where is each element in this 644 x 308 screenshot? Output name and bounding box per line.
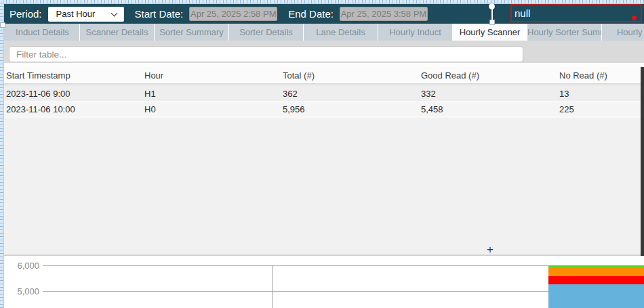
table-header-row: Start TimestampHourTotal (#)Good Read (#…	[4, 67, 644, 84]
table-cell: 362	[281, 89, 419, 99]
table-cell: H0	[142, 104, 281, 114]
table-row[interactable]: 2023-11-06 9:00H136233213	[4, 87, 644, 102]
record-indicator-dot	[632, 16, 637, 20]
dashboard-stage: Period: Past Hour Start Date: End Date: …	[0, 0, 644, 308]
column-header[interactable]: Hour	[142, 70, 281, 81]
start-date-input[interactable]	[189, 7, 277, 21]
tab-hourly-induct[interactable]: Hourly Induct	[378, 24, 453, 41]
column-header[interactable]: Good Read (#)	[419, 70, 557, 81]
tab-sorter-summary[interactable]: Sorter Summary	[155, 24, 229, 41]
table-cell: 2023-11-06 10:00	[4, 104, 142, 114]
y-tick-label: 6,000	[0, 261, 39, 271]
bar-segment-blue	[548, 284, 644, 308]
selection-edge-handle[interactable]	[0, 22, 5, 28]
selection-anchor-circle[interactable]	[489, 3, 495, 9]
end-date-label: End Date:	[288, 8, 334, 20]
selection-anchor-handle[interactable]	[489, 20, 495, 25]
tab-hourly-sorter-summar[interactable]: Hourly Sorter Summar	[527, 24, 602, 41]
plus-cursor: +	[487, 243, 494, 257]
table-cell: H1	[142, 89, 281, 99]
table-cell: 13	[557, 89, 644, 99]
bar-segment-red	[548, 276, 644, 284]
y-tick-label: 5,000	[0, 286, 39, 296]
chart: 6,000 5,000	[0, 257, 644, 308]
tab-scanner-details[interactable]: Scanner Details	[80, 24, 155, 41]
period-label: Period:	[9, 8, 42, 20]
tab-induct-details[interactable]: Induct Details	[5, 24, 80, 41]
table-cell: 225	[557, 104, 644, 114]
table-cell: 332	[419, 89, 557, 99]
null-overlay-box: null	[510, 4, 642, 22]
table-cell: 5,956	[281, 104, 419, 114]
table-scrollbar[interactable]	[641, 67, 644, 256]
category-divider-line	[273, 265, 273, 308]
tab-sorter-details[interactable]: Sorter Details	[229, 24, 304, 41]
filter-input[interactable]	[9, 46, 523, 62]
chevron-down-icon	[110, 9, 117, 16]
table-row[interactable]: 2023-11-06 10:00H05,9565,458225	[4, 102, 644, 118]
tab-lane-details[interactable]: Lane Details	[304, 24, 378, 41]
table-cell: 5,458	[419, 104, 557, 114]
column-header[interactable]: Total (#)	[281, 70, 419, 81]
ruler-left	[0, 0, 4, 308]
null-overlay-text: null	[515, 7, 530, 19]
bar-segment-orange	[548, 267, 644, 276]
table-cell: 2023-11-06 9:00	[4, 89, 142, 99]
end-date-input[interactable]	[340, 7, 428, 21]
tab-hourly-sort[interactable]: Hourly Sort	[602, 24, 644, 41]
column-header[interactable]: Start Timestamp	[4, 70, 142, 81]
tab-hourly-scanner[interactable]: Hourly Scanner	[453, 24, 527, 41]
stacked-bar	[548, 257, 644, 308]
column-header[interactable]: No Read (#)	[557, 70, 644, 81]
start-date-label: Start Date:	[135, 8, 184, 20]
table-body: 2023-11-06 9:00H1362332132023-11-06 10:0…	[4, 87, 644, 118]
data-table: Start TimestampHourTotal (#)Good Read (#…	[4, 67, 644, 256]
period-select-value: Past Hour	[48, 9, 96, 19]
period-select[interactable]: Past Hour	[48, 7, 124, 22]
tab-bar: Induct DetailsScanner DetailsSorter Summ…	[4, 24, 644, 41]
filter-panel	[4, 41, 644, 63]
